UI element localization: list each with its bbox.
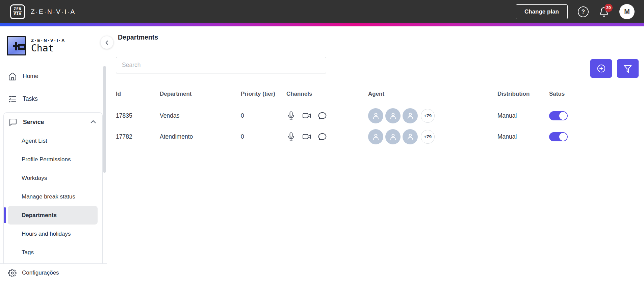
user-avatar[interactable]: M [619,4,635,19]
settings-label: Configurações [22,269,59,276]
person-icon [371,111,380,120]
cell-distribution: Manual [497,133,549,140]
cell-channels [286,111,368,121]
agent-avatar [368,129,383,144]
cell-distribution: Manual [497,112,549,119]
logo-product-text: Chat [31,43,66,53]
agent-avatar [403,108,418,123]
tasks-icon [8,95,17,103]
change-plan-button[interactable]: Change plan [516,4,568,19]
search-input[interactable] [116,57,326,73]
table-header-row: Id Department Priority (tier) Channels A… [116,91,644,97]
column-header-agent: Agent [368,91,497,97]
sidebar-section-service[interactable]: Service [4,113,102,132]
status-toggle[interactable] [549,132,568,141]
sidebar-item-agent-list[interactable]: Agent List [8,132,98,150]
top-bar: ZEN VIA Z·E·N·V·I·A Change plan ? 20 M [0,0,644,23]
logo-mark-bottom: VIA [13,11,23,16]
sidebar-item-label: Tags [22,249,34,256]
sidebar-item-label: Hours and holidays [22,231,71,237]
departments-table: Id Department Priority (tier) Channels A… [116,91,644,147]
cell-id: 17835 [116,112,160,119]
plus-circle-icon [597,64,606,73]
cell-priority: 0 [241,112,286,119]
service-section-label: Service [23,119,44,126]
funnel-icon [623,64,632,73]
agent-avatar [403,129,418,144]
home-icon [8,72,17,81]
brand-wordmark: Z·E·N·V·I·A [31,8,76,16]
person-icon [406,111,415,120]
zenvia-chat-logo-icon [7,36,26,55]
person-icon [371,132,380,141]
column-header-channels: Channels [286,91,368,97]
chat-bubble-icon [9,118,17,126]
logo-brand-text: Z·E·N·V·I·A [31,38,66,43]
filter-button[interactable] [617,59,639,78]
sidebar-item-tags[interactable]: Tags [8,243,98,262]
agent-avatar [385,108,401,123]
agents-overflow-badge[interactable]: +79 [421,130,435,144]
sidebar-item-label: Agent List [22,138,47,144]
sidebar-item-manage-break-status[interactable]: Manage break status [8,187,98,206]
service-section-card: Service Agent List Profile Permissions W… [3,112,103,264]
sidebar-item-workdays[interactable]: Workdays [8,169,98,187]
notification-count-badge: 20 [604,4,613,12]
agent-avatar [368,108,383,123]
zenvia-chat-logo: Z·E·N·V·I·A Chat [7,36,66,55]
zenvia-logo-icon: ZEN VIA [10,4,25,19]
video-camera-icon [301,111,312,120]
brand-gradient-bar [0,23,644,26]
column-header-department: Department [160,91,241,97]
sidebar-item-profile-permissions[interactable]: Profile Permissions [8,150,98,169]
video-camera-icon [301,132,312,141]
topbar-right-group: Change plan ? 20 M [516,4,635,19]
cell-status [549,132,603,141]
sidebar-item-label: Tasks [23,95,38,102]
cell-agents: +79 [368,129,497,144]
toggle-knob [559,112,567,120]
agent-avatar [385,129,401,144]
sidebar-item-label: Manage break status [22,193,75,200]
cell-priority: 0 [241,133,286,140]
title-divider [107,49,644,49]
sidebar-collapse-button[interactable] [100,36,113,49]
help-icon[interactable]: ? [578,6,589,17]
logo-mark-top: ZEN [14,7,22,11]
cell-status [549,111,603,120]
microphone-icon [286,111,296,121]
column-header-priority: Priority (tier) [241,91,286,97]
zenvia-chat-logo-text: Z·E·N·V·I·A Chat [31,36,66,53]
page-title: Departments [118,33,158,41]
table-row: 17835 Vendas 0 [116,105,644,126]
sidebar-item-settings[interactable]: Configurações [0,263,107,282]
chevron-left-icon [104,39,110,46]
agents-overflow-badge[interactable]: +79 [421,109,435,123]
status-toggle[interactable] [549,111,568,120]
microphone-icon [286,132,296,142]
person-icon [389,111,397,120]
sidebar-item-hours-and-holidays[interactable]: Hours and holidays [8,225,98,243]
cell-agents: +79 [368,108,497,123]
chat-bubble-icon [317,111,327,121]
sidebar-nav: Home Tasks Service Agent Lis [0,67,107,264]
cell-department: Atendimento [160,133,241,140]
notifications-button[interactable]: 20 [599,6,609,17]
table-row: 17782 Atendimento 0 [116,126,644,147]
cell-channels [286,132,368,142]
column-header-status: Satus [549,91,603,97]
add-department-button[interactable] [590,59,612,78]
sidebar-item-label: Departments [22,212,57,219]
person-icon [406,132,415,141]
main-content: Departments Id Department Priority (tier… [107,26,644,282]
toggle-knob [559,133,567,141]
sidebar-scrollbar[interactable] [103,66,106,173]
sidebar-item-departments[interactable]: Departments [8,206,98,225]
sidebar-item-home[interactable]: Home [0,67,107,86]
sidebar-item-label: Profile Permissions [22,156,71,163]
sidebar: Z·E·N·V·I·A Chat Home Tasks [0,26,107,282]
sidebar-item-tasks[interactable]: Tasks [0,90,107,108]
chevron-up-icon[interactable] [89,118,97,126]
sidebar-item-label: Workdays [22,175,47,182]
cell-department: Vendas [160,112,241,119]
